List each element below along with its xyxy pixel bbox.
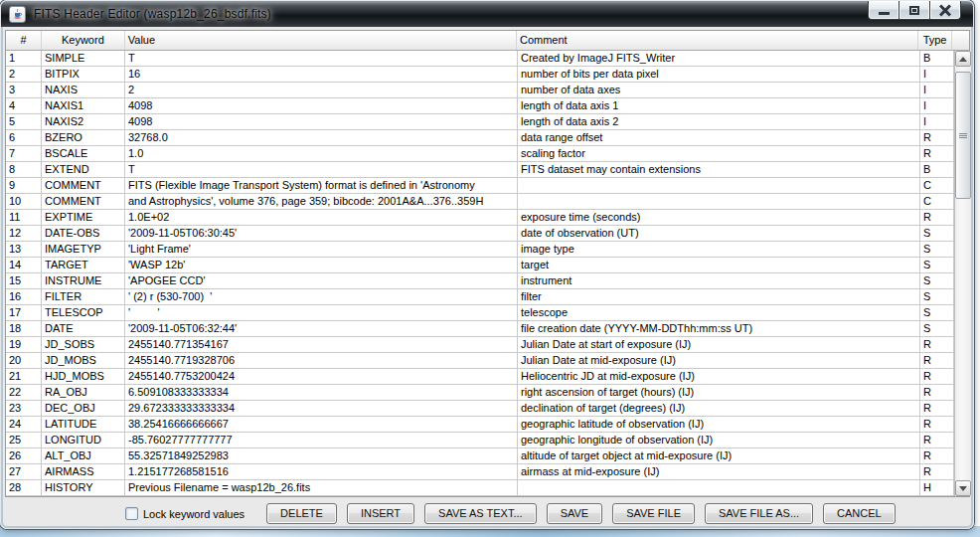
cell-comment[interactable]: airmass at mid-exposure (IJ) [518, 464, 920, 480]
cell-keyword[interactable]: LONGITUD [42, 433, 125, 448]
close-button[interactable] [929, 1, 961, 20]
cell-value[interactable]: 'Light Frame' [125, 242, 518, 258]
cell-keyword[interactable]: NAXIS [42, 83, 125, 98]
cell-comment[interactable]: declination of target (degrees) (IJ) [518, 401, 920, 417]
cell-comment[interactable] [518, 194, 920, 210]
cell-keyword[interactable]: EXTEND [42, 162, 125, 178]
cell-type[interactable]: I [920, 67, 954, 83]
table-row[interactable]: 4NAXIS14098length of data axis 1I [6, 98, 954, 114]
cell-type[interactable]: R [920, 353, 954, 369]
cell-number[interactable]: 11 [6, 210, 42, 226]
column-header-type[interactable]: Type [918, 31, 952, 50]
cell-value[interactable]: '2009-11-05T06:32:44' [125, 321, 518, 337]
cell-type[interactable]: S [920, 226, 954, 242]
cell-number[interactable]: 1 [6, 51, 42, 67]
column-header-number[interactable]: # [6, 31, 42, 50]
table-row[interactable]: 24LATITUDE38.25416666666667geographic la… [6, 417, 954, 433]
cell-keyword[interactable]: RA_OBJ [42, 385, 125, 401]
table-row[interactable]: 9COMMENTFITS (Flexible Image Transport S… [6, 178, 954, 194]
cell-number[interactable]: 14 [6, 258, 42, 273]
cell-comment[interactable] [518, 178, 920, 194]
cell-number[interactable]: 16 [6, 289, 42, 305]
cell-keyword[interactable]: DATE-OBS [42, 226, 125, 242]
table-row[interactable]: 22RA_OBJ6.509108333333334right ascension… [6, 385, 954, 401]
cell-comment[interactable]: altitude of target object at mid-exposur… [518, 448, 920, 464]
cell-value[interactable]: 2455140.7719328706 [125, 353, 518, 369]
column-header-value[interactable]: Value [125, 31, 517, 50]
cell-number[interactable]: 28 [6, 480, 42, 496]
cell-type[interactable]: S [920, 273, 954, 289]
cell-comment[interactable]: Heliocentric JD at mid-exposure (IJ) [518, 369, 920, 385]
cell-keyword[interactable]: DEC_OBJ [42, 401, 125, 417]
cell-value[interactable]: 2455140.7753200424 [125, 369, 518, 385]
cell-type[interactable]: H [920, 480, 954, 496]
cell-comment[interactable]: image type [518, 242, 920, 258]
table-row[interactable]: 20JD_MOBS2455140.7719328706Julian Date a… [6, 353, 954, 369]
cell-comment[interactable]: date of observation (UT) [518, 226, 920, 242]
cell-type[interactable]: R [920, 130, 954, 146]
table-row[interactable]: 1SIMPLETCreated by ImageJ FITS_WriterB [6, 51, 954, 67]
cell-value[interactable]: 32768.0 [125, 130, 518, 146]
cell-value[interactable]: FITS (Flexible Image Transport System) f… [125, 178, 518, 194]
cell-type[interactable]: S [920, 321, 954, 337]
cell-type[interactable]: R [920, 385, 954, 401]
cell-number[interactable]: 15 [6, 273, 42, 289]
table-row[interactable]: 8EXTENDTFITS dataset may contain extensi… [6, 162, 954, 178]
cell-keyword[interactable]: COMMENT [42, 178, 125, 194]
cell-comment[interactable]: right ascension of target (hours) (IJ) [518, 385, 920, 401]
lock-keyword-values-control[interactable]: Lock keyword values [125, 507, 245, 520]
cell-number[interactable]: 4 [6, 98, 42, 114]
cell-comment[interactable]: number of data axes [518, 83, 920, 98]
cell-value[interactable]: 1.0 [125, 146, 518, 162]
cell-value[interactable]: Previous Filename = wasp12b_26.fits [125, 480, 518, 496]
cell-value[interactable]: 4098 [125, 114, 518, 130]
cell-comment[interactable]: scaling factor [518, 146, 920, 162]
cell-number[interactable]: 9 [6, 178, 42, 194]
cell-number[interactable]: 27 [6, 464, 42, 480]
cell-keyword[interactable]: JD_SOBS [42, 337, 125, 353]
cell-value[interactable]: 1.215177268581516 [125, 464, 518, 480]
cell-number[interactable]: 21 [6, 369, 42, 385]
cell-number[interactable]: 20 [6, 353, 42, 369]
cell-value[interactable]: 1.0E+02 [125, 210, 518, 226]
cell-number[interactable]: 12 [6, 226, 42, 242]
cell-number[interactable]: 23 [6, 401, 42, 417]
table-row[interactable]: 5NAXIS24098length of data axis 2I [6, 114, 954, 130]
cell-keyword[interactable]: COMMENT [42, 194, 125, 210]
table-row[interactable]: 12DATE-OBS'2009-11-05T06:30:45'date of o… [6, 226, 954, 242]
cell-comment[interactable]: number of bits per data pixel [518, 67, 920, 83]
cell-number[interactable]: 10 [6, 194, 42, 210]
cell-number[interactable]: 19 [6, 337, 42, 353]
cell-value[interactable]: 2455140.771354167 [125, 337, 518, 353]
cell-comment[interactable] [518, 480, 920, 496]
cell-number[interactable]: 7 [6, 146, 42, 162]
cell-type[interactable]: I [920, 114, 954, 130]
cell-keyword[interactable]: NAXIS2 [42, 114, 125, 130]
table-row[interactable]: 3NAXIS2number of data axesI [6, 83, 954, 98]
delete-button[interactable]: DELETE [266, 503, 337, 524]
cell-comment[interactable]: file creation date (YYYY-MM-DDThh:mm:ss … [518, 321, 920, 337]
table-row[interactable]: 18DATE'2009-11-05T06:32:44'file creation… [6, 321, 954, 337]
cell-value[interactable]: 2 [125, 83, 518, 98]
cell-comment[interactable]: geographic longitude of observation (IJ) [518, 433, 920, 448]
cell-number[interactable]: 8 [6, 162, 42, 178]
cell-keyword[interactable]: EXPTIME [42, 210, 125, 226]
table-row[interactable]: 25LONGITUD-85.76027777777777geographic l… [6, 433, 954, 448]
cell-number[interactable]: 22 [6, 385, 42, 401]
cell-number[interactable]: 25 [6, 433, 42, 448]
cell-comment[interactable]: instrument [518, 273, 920, 289]
table-row[interactable]: 14TARGET'WASP 12b'targetS [6, 258, 954, 273]
cell-number[interactable]: 24 [6, 417, 42, 433]
cell-keyword[interactable]: LATITUDE [42, 417, 125, 433]
column-header-keyword[interactable]: Keyword [42, 31, 125, 50]
cell-number[interactable]: 26 [6, 448, 42, 464]
cell-comment[interactable]: telescope [518, 305, 920, 321]
cell-value[interactable]: 4098 [125, 98, 518, 114]
cancel-button[interactable]: CANCEL [823, 503, 896, 524]
save-file-button[interactable]: SAVE FILE [612, 503, 695, 524]
cell-comment[interactable]: Julian Date at mid-exposure (IJ) [518, 353, 920, 369]
table-row[interactable]: 19JD_SOBS2455140.771354167Julian Date at… [6, 337, 954, 353]
save-file-as-button[interactable]: SAVE FILE AS... [705, 503, 813, 524]
minimize-button[interactable] [868, 1, 899, 20]
table-row[interactable]: 13IMAGETYP'Light Frame'image typeS [6, 242, 954, 258]
